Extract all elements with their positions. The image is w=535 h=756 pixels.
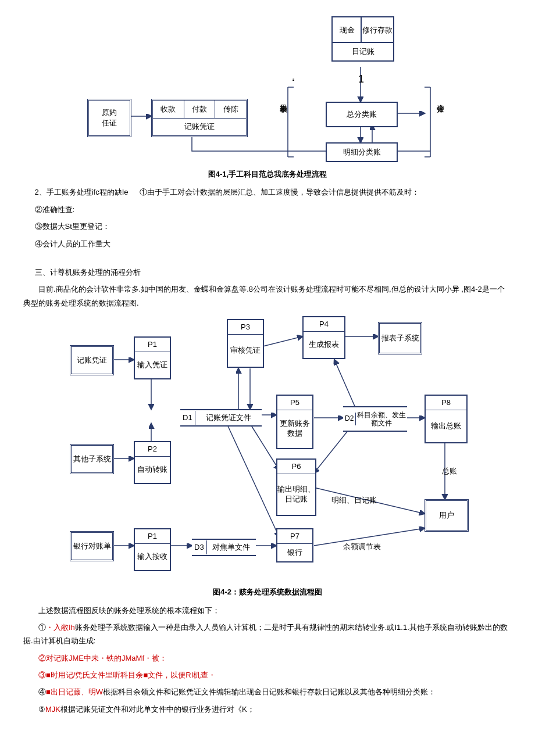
p1b-label: P1 — [135, 529, 170, 543]
flow-step-1: ①・入敝Ih账务处理子系统数据输入一种是由录入人员输人计算机；二是时于具有规律性… — [23, 621, 512, 648]
figure-4-1: 现金 修行存款 日记账 1 原妁 任证 收款 付款 传陈 记账凭证 " 目余额表… — [47, 12, 488, 163]
flow-step-4: ④■出日记藤、明W根据科目余领文件和记账凭证文件编辑输出现金日记账和银行存款日记… — [23, 685, 512, 698]
p1-box: P1 输入凭证 — [134, 336, 171, 379]
defect-3: ③数据大St里更登记： — [23, 220, 512, 233]
step1-rest: 账务处理子系统数据输入一种是由录入人员输人计算机；二是时于具有规律性的期末结转业… — [23, 623, 508, 645]
section-3-title: 三、计尊机账务处理的涌程分析 — [23, 266, 512, 279]
p1b-text: 输入按收 — [137, 544, 167, 571]
svg-line-21 — [314, 429, 349, 473]
d3-label: D3 — [192, 540, 207, 554]
step4-num: ④ — [38, 687, 46, 696]
p4-box: P4 生成报表 — [302, 316, 345, 359]
flow-step-2: ②对记账JME中未・铁的JMaMf・被： — [23, 651, 512, 665]
p2-box: P2 自动转账 — [134, 441, 171, 484]
source-voucher: 记账凭证 — [70, 345, 114, 375]
svg-line-17 — [227, 424, 279, 537]
figure-4-2: 记账凭证 其他子系统 银行对账单 P1 输入凭证 P2 自动转账 P1 输入按收… — [47, 313, 488, 581]
step1-red: ・入敝Ih — [46, 623, 75, 632]
user-box: 用户 — [425, 499, 469, 532]
svg-line-16 — [250, 424, 279, 470]
p6-text: 输出明细、日记账 — [277, 474, 315, 515]
p1-label: P1 — [135, 338, 170, 352]
section-3-para: 目前.商品化的会计软件非常多.如中国的用友、金蝶和金算盘等.8公司在设计账务处理… — [23, 282, 512, 310]
step4-rest: 根据科目余领文件和记账凭证文件编辑输出现金日记账和银行存款日记账以及其他各种明细… — [103, 687, 436, 696]
detail-ledger-box: 明细分类账 — [326, 142, 398, 162]
step5-red: MJK — [45, 705, 60, 714]
p5-box: P5 更新账务数据 — [276, 395, 313, 449]
quote-label: " — [285, 78, 298, 81]
p7-box: P7 银行 — [276, 528, 313, 562]
one-label: 1 — [358, 70, 364, 88]
d3-box: D3 对焦单文件 — [192, 539, 256, 556]
svg-line-20 — [334, 360, 355, 406]
d2-box: D2 科目余额、发生额文件 — [343, 406, 407, 432]
d2-label: D2 — [343, 413, 356, 425]
voucher-cell: 记账凭证 — [153, 118, 246, 135]
general-ledger-box: 总分类账 — [326, 102, 398, 127]
p8-box: P8 输出总账 — [425, 395, 468, 443]
p3-label: P3 — [228, 320, 263, 334]
p6-box: P6 输出明细、日记账 — [276, 458, 316, 516]
p7-label: P7 — [277, 529, 312, 543]
fig1-caption: 图4-1,手工科目范总我底务处理流程 — [23, 167, 512, 181]
detail-journal-label: 明细、日记账 — [331, 493, 377, 507]
p2-label: P2 — [135, 442, 170, 456]
defect-1: ①由于手工对会计数据的层层汇总、加工速度慢，导致会计信息提供提供不筋及时： — [140, 185, 419, 199]
p6-label: P6 — [277, 460, 315, 474]
source-line2: 任证 — [102, 118, 117, 128]
step5-rest: 根据记账凭证文件和对此单文件中的银行业务进行对《K； — [60, 705, 255, 714]
p1b-box: P1 输入按收 — [134, 528, 171, 571]
source-other: 其他子系统 — [70, 444, 114, 474]
text-line-2-1: 2、手工账务处理ifc程的缺Ie ①由于手工对会计数据的层层汇总、加工速度慢，导… — [23, 185, 512, 199]
p4-label: P4 — [304, 317, 344, 331]
p2-text: 自动转账 — [137, 457, 167, 483]
defect-4: ④会计人员的工作量大 — [23, 237, 512, 250]
step1-num: ① — [38, 623, 46, 632]
d2-text: 科目余额、发生额文件 — [356, 411, 407, 428]
p3-text: 审核凭证 — [230, 335, 261, 367]
d1-box: D1 记账凭证文件 — [180, 409, 262, 427]
p8-label: P8 — [426, 396, 466, 410]
flow-step-5: ⑤MJK根据记账凭证文件和对此单文件中的银行业务进行对《K； — [23, 703, 512, 716]
p8-text: 输出总账 — [431, 410, 461, 443]
flow-intro: 上述数据流程图反映的账务处理系统的根本流程如下； — [23, 604, 512, 617]
d1-text: 记账凭证文件 — [195, 411, 262, 424]
payment-cell: 付款 — [184, 101, 216, 118]
d1-label: D1 — [180, 411, 195, 424]
voucher-group: 收款 付款 传陈 记账凭证 — [151, 99, 248, 137]
p5-text: 更新账务数据 — [277, 410, 312, 449]
d3-text: 对焦单文件 — [207, 540, 256, 554]
receipt-cell: 收款 — [153, 101, 184, 118]
general-ledger-label: 总账 — [442, 464, 457, 478]
p7-text: 银行 — [287, 544, 302, 562]
step5-num: ⑤ — [38, 705, 45, 714]
source-doc-box: 原妁 任证 — [87, 99, 131, 137]
flow-step-3: ③■时用记/凭氏文件里听科目余■文件，以便RI机查・ — [23, 668, 512, 682]
p5-label: P5 — [277, 396, 312, 410]
step4-red: ■出日记藤、明W — [46, 687, 103, 696]
report-subsystem: 报表子系统 — [378, 322, 422, 354]
cash-box: 现金 — [331, 16, 363, 44]
fig2-caption: 图4-2：赅务处理系统数据流程图 — [23, 585, 512, 599]
defect-label: 2、手工账务处理ifc程的缺Ie — [23, 185, 140, 199]
p4-text: 生成报表 — [309, 332, 339, 359]
p3-box: P3 审核凭证 — [227, 319, 264, 368]
defect-2: ②准确性查: — [23, 203, 512, 216]
transfer-cell: 传陈 — [215, 101, 246, 118]
journal-box: 日记账 — [331, 42, 394, 62]
source-bank: 银行对账单 — [70, 531, 114, 561]
source-line1: 原妁 — [102, 108, 117, 118]
deposit-box: 修行存款 — [361, 16, 394, 44]
p1-text: 输入凭证 — [137, 352, 167, 379]
balance-label: 余额调节表 — [343, 540, 381, 553]
